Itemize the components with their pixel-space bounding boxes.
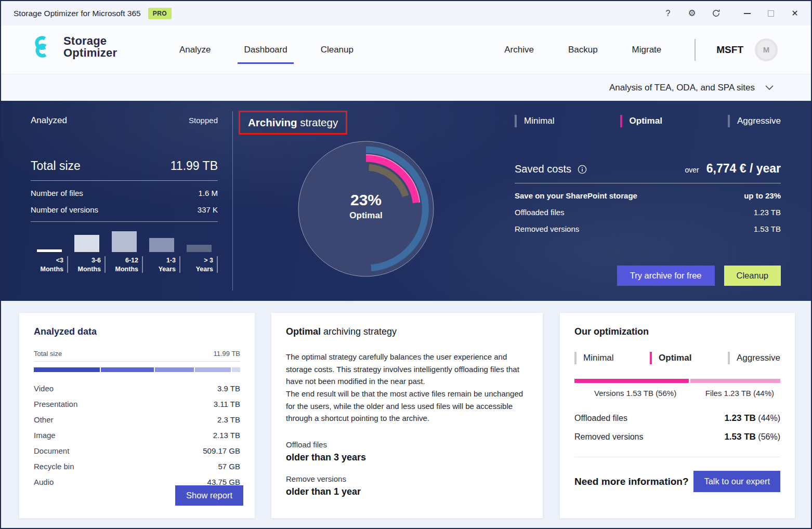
app-header: Storage Optimizer Analyze Dashboard Clea… — [1, 25, 811, 74]
settings-gear-icon[interactable]: ⚙ — [680, 1, 704, 25]
site-filter-dropdown[interactable]: Analysis of TEA, ODA, and SPA sites — [609, 83, 774, 93]
nav-migrate[interactable]: Migrate — [631, 45, 663, 55]
talk-to-expert-button[interactable]: Talk to our expert — [693, 471, 780, 492]
strategy-label: Optimal — [349, 210, 382, 221]
total-size-row: Total size 11.99 TB — [34, 350, 240, 362]
refresh-icon[interactable] — [704, 1, 728, 25]
tick — [217, 256, 218, 273]
show-report-button[interactable]: Show report — [175, 485, 243, 506]
list-item: Document509.17 GB — [34, 443, 240, 458]
mode-indicator — [515, 115, 517, 127]
nav-cleanup[interactable]: Cleanup — [320, 45, 355, 55]
analyzed-panel: Analyzed Stopped Total size 11.99 TB Num… — [31, 101, 218, 301]
nav-archive[interactable]: Archive — [503, 45, 535, 55]
scope-bar: Analysis of TEA, ODA, and SPA sites — [1, 74, 811, 101]
optimization-card: Our optimization Minimal Optimal Aggress… — [560, 313, 795, 518]
window-frame-buttons: ✕ — [735, 1, 811, 25]
mode-optimal[interactable]: Optimal — [650, 352, 691, 364]
nav-dashboard[interactable]: Dashboard — [243, 45, 288, 55]
mode-minimal[interactable]: Minimal — [574, 352, 614, 364]
divider — [515, 183, 781, 183]
nav-backup[interactable]: Backup — [567, 45, 599, 55]
stat-row: Removed versions 1.53 TB (56%) — [574, 428, 780, 446]
hero-actions: Try archive for free Cleanup — [617, 266, 781, 286]
divider — [31, 180, 218, 181]
close-icon[interactable]: ✕ — [783, 1, 807, 25]
savings-row: Offloaded files 1.23 TB — [515, 208, 781, 217]
mode-indicator — [728, 352, 730, 364]
remove-rule: Remove versions older than 1 year — [286, 474, 528, 497]
mode-optimal[interactable]: Optimal — [620, 115, 662, 127]
age-bucket-label: 1-3Years — [143, 256, 180, 274]
analysis-status: Stopped — [189, 116, 218, 125]
bar-segment — [232, 367, 240, 372]
age-bar — [149, 238, 174, 252]
cleanup-button[interactable]: Cleanup — [724, 266, 781, 286]
window-title: Storage Optimizer for Microsoft 365 — [14, 9, 141, 18]
secondary-nav: Archive Backup Migrate MSFT M — [503, 25, 778, 74]
bar-segment — [155, 367, 194, 372]
split-bar-labels: Versions 1.53 TB (56%) Files 1.23 TB (44… — [574, 389, 780, 398]
mode-aggressive[interactable]: Aggressive — [728, 115, 781, 127]
donut-center-label: 23% Optimal — [297, 137, 435, 274]
files-segment — [690, 379, 780, 383]
mode-minimal[interactable]: Minimal — [515, 115, 555, 127]
minimize-icon[interactable] — [735, 1, 759, 25]
size-distribution-bar — [34, 367, 240, 372]
pro-badge: PRO — [148, 8, 172, 19]
list-item: Video3.9 TB — [34, 380, 240, 396]
avatar[interactable]: M — [755, 38, 778, 61]
archiving-strategy-panel: Archiving strategy 23% Optimal — [232, 101, 513, 301]
stat-row: Number of versions 337 K — [31, 205, 218, 214]
strategy-description-card: Optimal archiving strategy The optimal s… — [271, 313, 543, 518]
need-info-text: Need more information? — [574, 476, 689, 487]
site-filter-label: Analysis of TEA, ODA, and SPA sites — [609, 83, 755, 93]
strategy-mode-tabs: Minimal Optimal Aggressive — [515, 115, 781, 127]
files-label: Files 1.23 TB (44%) — [705, 389, 774, 398]
optimization-mode-tabs: Minimal Optimal Aggressive — [574, 352, 780, 364]
age-bucket: 6-12Months — [106, 230, 143, 274]
info-icon[interactable] — [578, 165, 587, 174]
archiving-strategy-title: Archiving strategy — [248, 116, 338, 128]
help-icon[interactable]: ? — [656, 1, 680, 25]
versions-label: Versions 1.53 TB (56%) — [594, 389, 676, 398]
offload-rule: Offload files older than 3 years — [286, 440, 528, 463]
nav-analyze[interactable]: Analyze — [178, 45, 212, 55]
title-bar: Storage Optimizer for Microsoft 365 PRO … — [1, 1, 811, 25]
list-item: Other2.3 TB — [34, 412, 240, 427]
primary-nav: Analyze Dashboard Cleanup — [178, 25, 355, 74]
mode-indicator — [574, 352, 577, 364]
age-bucket: 1-3Years — [143, 230, 180, 274]
age-bucket-label: 3-6Months — [68, 256, 106, 274]
divider — [574, 457, 780, 457]
strategy-donut-chart: 23% Optimal — [297, 140, 435, 277]
logo-text: Storage Optimizer — [63, 35, 117, 59]
age-bucket: <3Months — [31, 230, 68, 274]
age-bar — [112, 231, 137, 252]
bar-segment — [101, 367, 153, 372]
age-bar — [37, 249, 62, 252]
age-bar — [187, 245, 212, 252]
try-archive-button[interactable]: Try archive for free — [617, 266, 715, 286]
list-item: Image2.13 TB — [34, 427, 240, 443]
strategy-percent: 23% — [350, 191, 382, 209]
file-type-list: Video3.9 TB Presentation3.11 TB Other2.3… — [34, 380, 240, 490]
saved-costs-panel: Minimal Optimal Aggressive Saved costs — [515, 101, 781, 301]
stat-row: Offloaded files 1.23 TB (44%) — [574, 409, 780, 428]
app-window: Storage Optimizer for Microsoft 365 PRO … — [0, 0, 812, 529]
age-bucket: 3-6Months — [68, 230, 106, 274]
file-age-chart: <3Months 3-6Months 6-12Months — [31, 230, 218, 274]
total-size-label: Total size — [31, 159, 81, 173]
app-logo: Storage Optimizer — [33, 35, 117, 59]
age-bar — [74, 235, 99, 252]
chevron-down-icon — [765, 85, 774, 90]
maximize-icon[interactable] — [759, 1, 783, 25]
over-label: over — [685, 166, 699, 174]
cards-section: Analyzed data Total size 11.99 TB Video3… — [1, 301, 811, 528]
dashboard-hero: Analyzed Stopped Total size 11.99 TB Num… — [1, 101, 811, 301]
optimization-split-bar — [574, 379, 780, 383]
mode-aggressive[interactable]: Aggressive — [728, 352, 780, 364]
tenant-name[interactable]: MSFT — [716, 44, 743, 56]
card-title: Optimal archiving strategy — [286, 326, 528, 337]
list-item: Presentation3.11 TB — [34, 396, 240, 412]
